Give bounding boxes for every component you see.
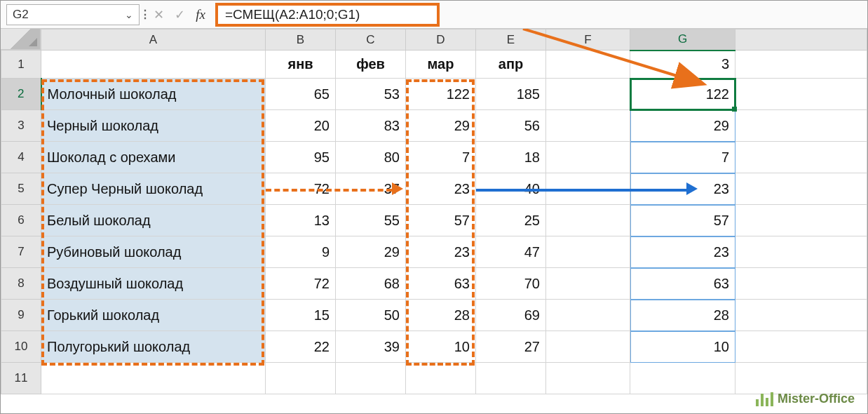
cell-C4[interactable]: 80 [336, 142, 406, 173]
cell-G6[interactable]: 57 [630, 205, 735, 236]
cell-G1[interactable]: 3 [630, 51, 735, 79]
cell-A11[interactable] [41, 363, 266, 394]
col-header-C[interactable]: C [336, 29, 406, 51]
cell-D1[interactable]: мар [406, 51, 476, 79]
cell-C8[interactable]: 68 [336, 268, 406, 300]
cell-C3[interactable]: 83 [336, 110, 406, 142]
cell-A10[interactable]: Полугорький шоколад [41, 331, 266, 363]
cell-A9[interactable]: Горький шоколад [41, 300, 266, 331]
cell-G7[interactable]: 23 [630, 236, 735, 268]
cell-A3[interactable]: Черный шоколад [41, 110, 266, 142]
cell-A8[interactable]: Воздушный шоколад [41, 268, 266, 300]
row-header-8[interactable]: 8 [1, 268, 41, 300]
row-header-11[interactable]: 11 [1, 363, 41, 394]
cell-blank7[interactable] [735, 236, 867, 268]
cell-A4[interactable]: Шоколад с орехами [41, 142, 266, 173]
cell-G4[interactable]: 7 [630, 142, 735, 173]
col-header-B[interactable]: B [266, 29, 336, 51]
fx-icon[interactable]: fx [190, 7, 211, 22]
select-all-triangle[interactable] [1, 29, 41, 50]
cell-C7[interactable]: 29 [336, 236, 406, 268]
cell-blank8[interactable] [735, 268, 867, 300]
col-header-A[interactable]: A [41, 29, 266, 51]
formula-input[interactable]: =СМЕЩ(A2:A10;0;G1) [215, 3, 440, 27]
cell-G2[interactable]: 122 [630, 79, 735, 110]
cell-blank2[interactable] [735, 79, 867, 110]
col-header-D[interactable]: D [406, 29, 476, 51]
cancel-icon[interactable]: ✕ [148, 4, 169, 25]
cell-D7[interactable]: 23 [406, 236, 476, 268]
cell-F3[interactable] [546, 110, 630, 142]
cell-blank10[interactable] [735, 331, 867, 363]
cell-A6[interactable]: Белый шоколад [41, 205, 266, 236]
cell-E6[interactable]: 25 [476, 205, 546, 236]
col-header-G[interactable]: G [630, 29, 735, 51]
row-header-6[interactable]: 6 [1, 205, 41, 236]
name-box[interactable]: G2 ⌄ [6, 4, 140, 25]
cell-G9[interactable]: 28 [630, 300, 735, 331]
cell-F2[interactable] [546, 79, 630, 110]
cell-B9[interactable]: 15 [266, 300, 336, 331]
cell-D2[interactable]: 122 [406, 79, 476, 110]
cell-blank9[interactable] [735, 300, 867, 331]
cell-E5[interactable]: 40 [476, 173, 546, 205]
cell-F5[interactable] [546, 173, 630, 205]
cell-B4[interactable]: 95 [266, 142, 336, 173]
cell-B1[interactable]: янв [266, 51, 336, 79]
cell-G3[interactable]: 29 [630, 110, 735, 142]
cell-blank6[interactable] [735, 205, 867, 236]
cell-B7[interactable]: 9 [266, 236, 336, 268]
cell-E9[interactable]: 69 [476, 300, 546, 331]
cell-E8[interactable]: 70 [476, 268, 546, 300]
cell-D9[interactable]: 28 [406, 300, 476, 331]
row-header-2[interactable]: 2 [1, 79, 41, 110]
cell-F1[interactable] [546, 51, 630, 79]
cell-A5[interactable]: Супер Черный шоколад [41, 173, 266, 205]
cell-F4[interactable] [546, 142, 630, 173]
cell-C2[interactable]: 53 [336, 79, 406, 110]
cell-C6[interactable]: 55 [336, 205, 406, 236]
cell-A1[interactable] [41, 51, 266, 79]
cell-F10[interactable] [546, 331, 630, 363]
cell-E3[interactable]: 56 [476, 110, 546, 142]
cell-G8[interactable]: 63 [630, 268, 735, 300]
cell-C1[interactable]: фев [336, 51, 406, 79]
cell-C10[interactable]: 39 [336, 331, 406, 363]
cell-blank4[interactable] [735, 142, 867, 173]
cell-E10[interactable]: 27 [476, 331, 546, 363]
cell-B10[interactable]: 22 [266, 331, 336, 363]
cell-D10[interactable]: 10 [406, 331, 476, 363]
cell-B6[interactable]: 13 [266, 205, 336, 236]
cell-B5[interactable]: 72 [266, 173, 336, 205]
cell-E2[interactable]: 185 [476, 79, 546, 110]
cell-D8[interactable]: 63 [406, 268, 476, 300]
cell-D3[interactable]: 29 [406, 110, 476, 142]
cell-F7[interactable] [546, 236, 630, 268]
cell-B2[interactable]: 65 [266, 79, 336, 110]
cell-D6[interactable]: 57 [406, 205, 476, 236]
row-header-1[interactable]: 1 [1, 51, 41, 79]
row-header-4[interactable]: 4 [1, 142, 41, 173]
row-header-3[interactable]: 3 [1, 110, 41, 142]
row-header-10[interactable]: 10 [1, 331, 41, 363]
cell-E4[interactable]: 18 [476, 142, 546, 173]
cell-G5[interactable]: 23 [630, 173, 735, 205]
cell-G10[interactable]: 10 [630, 331, 735, 363]
cell-A7[interactable]: Рубиновый шоколад [41, 236, 266, 268]
cell-blank3[interactable] [735, 110, 867, 142]
chevron-down-icon[interactable]: ⌄ [125, 9, 133, 20]
col-header-blank[interactable] [735, 29, 867, 51]
cell-C9[interactable]: 50 [336, 300, 406, 331]
cell-D4[interactable]: 7 [406, 142, 476, 173]
col-header-E[interactable]: E [476, 29, 546, 51]
cell-D5[interactable]: 23 [406, 173, 476, 205]
row-header-5[interactable]: 5 [1, 173, 41, 205]
cell-blank-1[interactable] [735, 51, 867, 79]
cell-F8[interactable] [546, 268, 630, 300]
cell-C5[interactable]: 37 [336, 173, 406, 205]
cell-A2[interactable]: Молочный шоколад [41, 79, 266, 110]
col-header-F[interactable]: F [546, 29, 630, 51]
accept-icon[interactable]: ✓ [169, 4, 190, 25]
cell-F9[interactable] [546, 300, 630, 331]
cell-B8[interactable]: 72 [266, 268, 336, 300]
